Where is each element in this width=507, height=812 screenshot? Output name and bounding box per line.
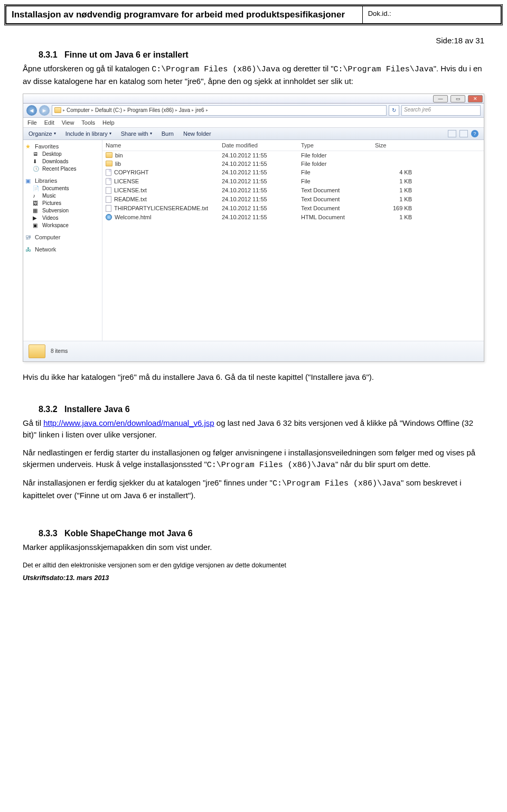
new-folder-button[interactable]: New folder — [183, 130, 211, 137]
file-row[interactable]: LICENSE24.10.2012 11:55File1 KB — [102, 177, 484, 186]
sidebar-item-pictures[interactable]: 🖼Pictures — [33, 200, 100, 207]
forward-button[interactable]: ► — [39, 105, 50, 116]
burn-button[interactable]: Burn — [162, 130, 174, 137]
file-size: 4 KB — [375, 169, 428, 175]
footer-date: Utskriftsdato:13. mars 2013 — [23, 574, 484, 582]
sidebar-item-documents[interactable]: 📄Documents — [33, 185, 100, 192]
txt-icon — [106, 205, 111, 212]
file-type: File folder — [301, 152, 375, 158]
videos-icon: ▶ — [33, 215, 40, 221]
file-date: 24.10.2012 11:55 — [222, 205, 301, 211]
network-group[interactable]: 🖧Network — [25, 246, 100, 253]
file-size: 169 KB — [375, 205, 428, 211]
file-row[interactable]: LICENSE.txt24.10.2012 11:55Text Document… — [102, 186, 484, 195]
col-type[interactable]: Type — [301, 142, 375, 148]
file-name: LICENSE — [114, 178, 139, 184]
crumb[interactable]: Default (C:) — [95, 107, 122, 113]
after-screenshot-text: Hvis du ikke har katalogen "jre6" må du … — [23, 371, 484, 383]
subversion-icon: ▦ — [33, 208, 40, 214]
file-name: bin — [115, 152, 123, 158]
sec1-paragraph: Åpne utforskeren og gå til katalogen C:\… — [23, 63, 484, 87]
file-date: 24.10.2012 11:55 — [222, 214, 301, 220]
heading-8-3-2: 8.3.2 Installere Java 6 — [39, 405, 484, 414]
crumb[interactable]: jre6 — [195, 107, 204, 113]
menu-help[interactable]: Help — [102, 119, 115, 126]
sidebar-item-downloads[interactable]: ⬇Downloads — [33, 158, 100, 165]
close-button[interactable]: ✕ — [468, 95, 483, 102]
file-name: THIRDPARTYLICENSEREADME.txt — [114, 205, 208, 211]
file-row[interactable]: Welcome.html24.10.2012 11:55HTML Documen… — [102, 213, 484, 221]
file-date: 24.10.2012 11:55 — [222, 178, 301, 184]
menu-edit[interactable]: Edit — [44, 119, 54, 126]
window-titlebar: — ▭ ✕ — [23, 94, 484, 104]
share-with-button[interactable]: Share with — [121, 130, 152, 137]
file-row[interactable]: THIRDPARTYLICENSEREADME.txt24.10.2012 11… — [102, 204, 484, 213]
folder-icon — [54, 107, 61, 113]
help-icon[interactable]: ? — [471, 130, 478, 137]
menu-file[interactable]: File — [27, 119, 37, 126]
code-path: C:\Program Files (x86)\Java — [207, 461, 335, 470]
heading-num: 8.3.2 — [39, 405, 58, 414]
file-date: 24.10.2012 11:55 — [222, 187, 301, 193]
heading-num: 8.3.1 — [39, 50, 58, 59]
folder-icon — [29, 344, 45, 358]
file-list: Name Date modified Type Size bin24.10.20… — [102, 140, 484, 341]
file-name: lib — [115, 161, 121, 167]
footer-note: Det er alltid den elektroniske versjonen… — [23, 562, 484, 569]
file-row[interactable]: COPYRIGHT24.10.2012 11:55File4 KB — [102, 168, 484, 177]
heading-8-3-1: 8.3.1 Finne ut om Java 6 er installert — [39, 50, 484, 60]
heading-8-3-3: 8.3.3 Koble ShapeChange mot Java 6 — [39, 529, 484, 538]
col-size[interactable]: Size — [375, 142, 428, 148]
crumb[interactable]: Java — [179, 107, 190, 113]
file-type: File — [301, 178, 375, 184]
file-size: 1 KB — [375, 178, 428, 184]
sec2-p2: Når nedlastingen er ferdig starter du in… — [23, 447, 484, 471]
view-mode-button[interactable] — [448, 130, 456, 137]
page-number: Side:18 av 31 — [23, 36, 484, 45]
file-row[interactable]: lib24.10.2012 11:55File folder — [102, 160, 484, 168]
code-path: C:\Program Files (x86)\Java — [273, 479, 401, 488]
sidebar-item-videos[interactable]: ▶Videos — [33, 215, 100, 221]
txt-icon — [106, 187, 111, 194]
breadcrumb[interactable]: ▸ Computer▸ Default (C:)▸ Program Files … — [52, 105, 387, 116]
refresh-button[interactable]: ↻ — [389, 105, 399, 116]
include-library-button[interactable]: Include in library — [65, 130, 111, 137]
recent-icon: 🕓 — [33, 166, 40, 172]
heading-text: Koble ShapeChange mot Java 6 — [64, 529, 193, 538]
item-count: 8 items — [51, 348, 68, 354]
file-date: 24.10.2012 11:55 — [222, 152, 301, 158]
col-name[interactable]: Name — [106, 142, 222, 148]
favorites-group[interactable]: ★Favorites — [25, 143, 100, 150]
sidebar-item-workspace[interactable]: ▣Workspace — [33, 222, 100, 229]
search-input[interactable]: Search jre6 — [401, 105, 481, 116]
computer-icon: 🖳 — [25, 234, 33, 240]
organize-button[interactable]: Organize — [29, 130, 56, 137]
file-row[interactable]: bin24.10.2012 11:55File folder — [102, 151, 484, 160]
sidebar-item-subversion[interactable]: ▦Subversion — [33, 208, 100, 214]
code-path: C:\Program Files (x86)\Java — [152, 65, 280, 74]
crumb[interactable]: Computer — [67, 107, 90, 113]
sidebar-item-music[interactable]: ♪Music — [33, 193, 100, 199]
file-date: 24.10.2012 11:55 — [222, 196, 301, 202]
download-link[interactable]: http://www.java.com/en/download/manual_v… — [43, 418, 214, 427]
menu-tools[interactable]: Tools — [81, 119, 95, 126]
crumb[interactable]: Program Files (x86) — [127, 107, 174, 113]
minimize-button[interactable]: — — [433, 95, 448, 102]
menu-view[interactable]: View — [62, 119, 74, 126]
file-type: Text Document — [301, 205, 375, 211]
sec2-p1: Gå til http://www.java.com/en/download/m… — [23, 417, 484, 441]
maximize-button[interactable]: ▭ — [450, 95, 465, 102]
preview-pane-button[interactable] — [459, 130, 468, 137]
file-type: Text Document — [301, 187, 375, 193]
doc-id-label: Dok.id.: — [362, 6, 501, 24]
html-icon — [106, 214, 112, 220]
libraries-group[interactable]: ▣Libraries — [25, 178, 100, 184]
col-date[interactable]: Date modified — [222, 142, 301, 148]
column-headers[interactable]: Name Date modified Type Size — [102, 140, 484, 151]
sec3-p1: Marker applikasjonsskjemapakken din som … — [23, 542, 484, 553]
computer-group[interactable]: 🖳Computer — [25, 234, 100, 240]
file-row[interactable]: README.txt24.10.2012 11:55Text Document1… — [102, 195, 484, 204]
sidebar-item-desktop[interactable]: 🖥Desktop — [33, 151, 100, 157]
back-button[interactable]: ◄ — [26, 105, 37, 116]
sidebar-item-recent[interactable]: 🕓Recent Places — [33, 166, 100, 172]
